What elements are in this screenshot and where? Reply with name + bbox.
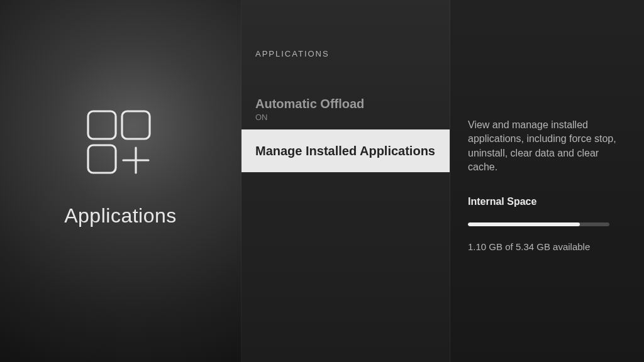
menu-item-automatic-offload[interactable]: Automatic Offload ON: [242, 89, 450, 129]
storage-progress-bar: [468, 222, 609, 226]
menu-item-manage-installed-applications[interactable]: Manage Installed Applications: [242, 129, 450, 172]
settings-list: APPLICATIONS Automatic Offload ON Manage…: [242, 0, 450, 362]
menu-item-value: ON: [255, 112, 436, 122]
storage-heading: Internal Space: [468, 196, 619, 207]
menu-item-title: Manage Installed Applications: [255, 143, 436, 158]
category-panel: Applications: [0, 0, 242, 362]
description-text: View and manage installed applications, …: [468, 118, 619, 175]
detail-panel: View and manage installed applications, …: [450, 0, 644, 362]
storage-available-text: 1.10 GB of 5.34 GB available: [468, 241, 619, 252]
svg-rect-1: [122, 111, 150, 139]
category-title: Applications: [64, 204, 177, 228]
section-header: APPLICATIONS: [242, 49, 450, 58]
menu-item-title: Automatic Offload: [255, 96, 436, 111]
applications-icon: [77, 110, 164, 179]
svg-rect-0: [88, 111, 116, 139]
svg-rect-2: [88, 145, 116, 173]
storage-progress-fill: [468, 222, 580, 226]
